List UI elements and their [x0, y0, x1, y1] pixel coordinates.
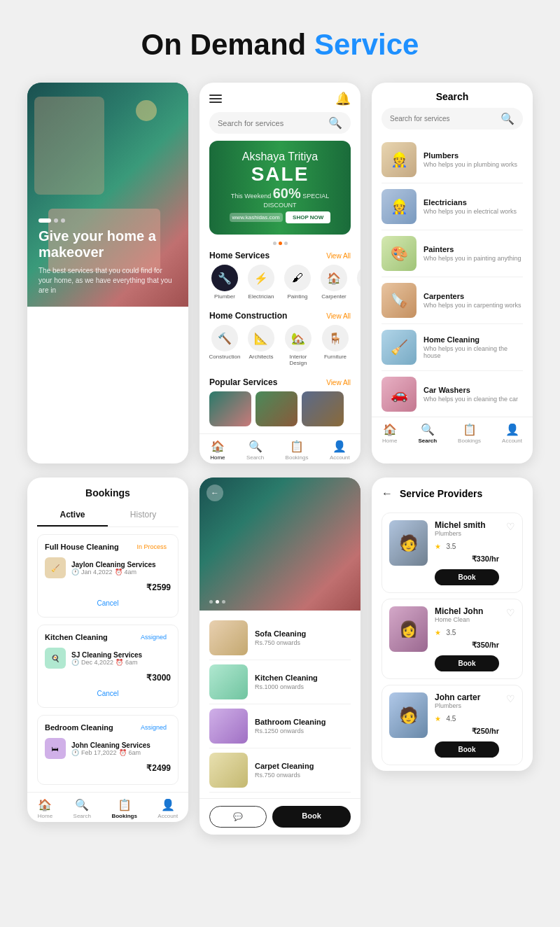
service-electrician[interactable]: ⚡ Electrician [246, 265, 276, 300]
services-icon-row: 🔧 Plumber ⚡ Electrician 🖌 Painting 🏠 Car… [200, 265, 360, 305]
architects-icon: 📐 [248, 325, 274, 351]
bell-icon[interactable]: 🔔 [335, 91, 351, 106]
book-button-s5[interactable]: Book [272, 806, 351, 828]
home-nav-icon: 🏠 [211, 440, 225, 453]
screen-service-providers: ← Service Providers 🧑 Michel smith Plumb… [372, 478, 533, 771]
s3-bookings-label: Bookings [458, 438, 481, 444]
electrician-info: Electricians Who helps you in electrical… [424, 198, 523, 215]
search-screen-header: Search [372, 83, 533, 108]
booking-2-date: 🕐 Dec 4,2022 ⏰ 6am [71, 659, 142, 666]
carpenter-name: Carpenters [424, 292, 523, 300]
service-plumber[interactable]: 🔧 Plumber [209, 265, 240, 300]
screen3-search-bar[interactable]: 🔍 [382, 108, 523, 130]
provider-1-avatar: 🧹 [45, 557, 66, 578]
favorite-icon-1[interactable]: ♡ [506, 521, 515, 532]
s3-nav-home[interactable]: 🏠 Home [382, 423, 397, 444]
provider-3-role: Plumbers [435, 702, 499, 709]
construction-view-all[interactable]: View All [326, 312, 351, 320]
s3-nav-search[interactable]: 🔍 Search [418, 423, 437, 444]
popular-thumb-2[interactable] [255, 391, 298, 426]
construction-item[interactable]: 🔨 Construction [209, 325, 240, 366]
service-detail-back[interactable]: ← [206, 485, 223, 501]
plumber-label: Plumber [214, 293, 235, 300]
cancel-booking-2[interactable]: Cancel [45, 687, 171, 700]
fav-3-container: ♡ [506, 692, 515, 705]
cancel-booking-1[interactable]: Cancel [45, 597, 171, 610]
screen2-search-input[interactable] [218, 119, 323, 127]
s3-nav-bookings[interactable]: 📋 Bookings [458, 423, 481, 444]
book-provider-3[interactable]: Book [435, 741, 499, 758]
bathroom-price: Rs.1250 onwards [255, 727, 351, 734]
provider-1-rate: ₹330/hr [435, 555, 499, 564]
screen2-header: 🔔 [200, 83, 360, 112]
booking-3-header: Bedroom Cleaning Assigned [45, 723, 171, 732]
carwash-info: Car Washers Who helps you in cleaning th… [424, 386, 523, 403]
s3-home-label: Home [382, 438, 397, 444]
favorite-icon-3[interactable]: ♡ [506, 693, 515, 704]
bdot-3 [284, 242, 288, 245]
nav-account[interactable]: 👤 Account [330, 440, 350, 461]
list-item[interactable]: Kitchen Cleaning Rs.1000 onwards [209, 660, 351, 704]
carpet-name: Carpet Cleaning [255, 762, 351, 770]
cleaning-info: Home Cleaning Who helps you in cleaning … [424, 335, 523, 359]
provider-3-img: 🧑 [389, 692, 428, 738]
list-item[interactable]: 🚗 Car Washers Who helps you in cleaning … [382, 371, 523, 417]
screen2-bottom-nav: 🏠 Home 🔍 Search 📋 Bookings 👤 Account [200, 433, 360, 464]
s4-nav-bookings[interactable]: 📋 Bookings [111, 798, 136, 819]
title-part2: Service [314, 28, 419, 61]
architects-item[interactable]: 📐 Architects [246, 325, 276, 366]
chat-button[interactable]: 💬 [209, 806, 267, 828]
nav-home[interactable]: 🏠 Home [210, 440, 225, 461]
provider-3-stars: ★ 4.5 [435, 711, 499, 724]
s3-nav-account[interactable]: 👤 Account [502, 423, 522, 444]
s4-nav-home[interactable]: 🏠 Home [38, 798, 52, 819]
favorite-icon-2[interactable]: ♡ [506, 607, 515, 618]
popular-thumb-3[interactable] [302, 391, 344, 426]
tab-active[interactable]: Active [37, 504, 108, 527]
hamburger-menu[interactable] [209, 95, 222, 103]
booking-2-provider-info: SJ Cleaning Services 🕐 Dec 4,2022 ⏰ 6am [71, 651, 142, 666]
list-item[interactable]: 🪚 Carpenters Who helps you in carpenting… [382, 277, 523, 324]
s4-bookings-icon: 📋 [118, 798, 132, 811]
tab-history[interactable]: History [108, 504, 178, 527]
nav-bookings[interactable]: 📋 Bookings [286, 440, 309, 461]
booking-2-status: Assigned [136, 632, 171, 642]
list-item[interactable]: Sofa Cleaning Rs.750 onwards [209, 616, 351, 660]
clean-icon: 🧹 [357, 265, 360, 291]
electrician-name: Electricians [424, 198, 523, 207]
book-provider-2[interactable]: Book [435, 655, 499, 671]
list-item[interactable]: 👷 Plumbers Who helps you in plumbing wor… [382, 137, 523, 183]
list-item[interactable]: Carpet Cleaning Rs.750 onwards [209, 748, 351, 793]
popular-thumb-1[interactable] [209, 391, 251, 426]
home-construction-header: Home Construction View All [200, 305, 360, 325]
popular-view-all[interactable]: View All [326, 379, 351, 386]
booking-2-type: Kitchen Cleaning [45, 633, 108, 641]
home-services-view-all[interactable]: View All [326, 252, 351, 260]
screen-bookings: Bookings Active History Full House Clean… [27, 478, 188, 822]
book-provider-1[interactable]: Book [435, 569, 499, 585]
nav-search[interactable]: 🔍 Search [246, 440, 264, 461]
provider-1-stars: ★ 3.5 [435, 539, 499, 552]
list-item[interactable]: 🎨 Painters Who helps you in painting any… [382, 230, 523, 277]
promo-banner: Akshaya Tritiya SALE This Weekend 60% SP… [209, 141, 351, 235]
service-painting[interactable]: 🖌 Painting [282, 265, 313, 300]
screen6-header: ← Service Providers [372, 478, 533, 507]
s3-search-label: Search [418, 438, 437, 444]
back-arrow-icon[interactable]: ← [382, 487, 393, 500]
shop-now-button[interactable]: SHOP NOW [286, 211, 330, 223]
service-carpenter[interactable]: 🏠 Carpenter [318, 265, 349, 300]
kitchen-price: Rs.1000 onwards [255, 683, 351, 690]
s4-nav-account[interactable]: 👤 Account [158, 798, 178, 819]
service-clean[interactable]: 🧹 Clean [355, 265, 360, 300]
list-item[interactable]: Bathroom Cleaning Rs.1250 onwards [209, 704, 351, 748]
screen2-search-bar[interactable]: 🔍 [209, 112, 351, 134]
bookings-nav-icon: 📋 [290, 440, 304, 453]
interior-item[interactable]: 🏡 Interior Design [282, 325, 314, 366]
search-nav-icon: 🔍 [248, 440, 262, 453]
furniture-item[interactable]: 🪑 Furniture [320, 325, 351, 366]
screen3-search-input[interactable] [390, 115, 495, 123]
s4-nav-search[interactable]: 🔍 Search [74, 798, 91, 819]
list-item[interactable]: 👷 Electricians Who helps you in electric… [382, 183, 523, 230]
at-icon-1: ⏰ [115, 569, 122, 576]
list-item[interactable]: 🧹 Home Cleaning Who helps you in cleanin… [382, 324, 523, 371]
